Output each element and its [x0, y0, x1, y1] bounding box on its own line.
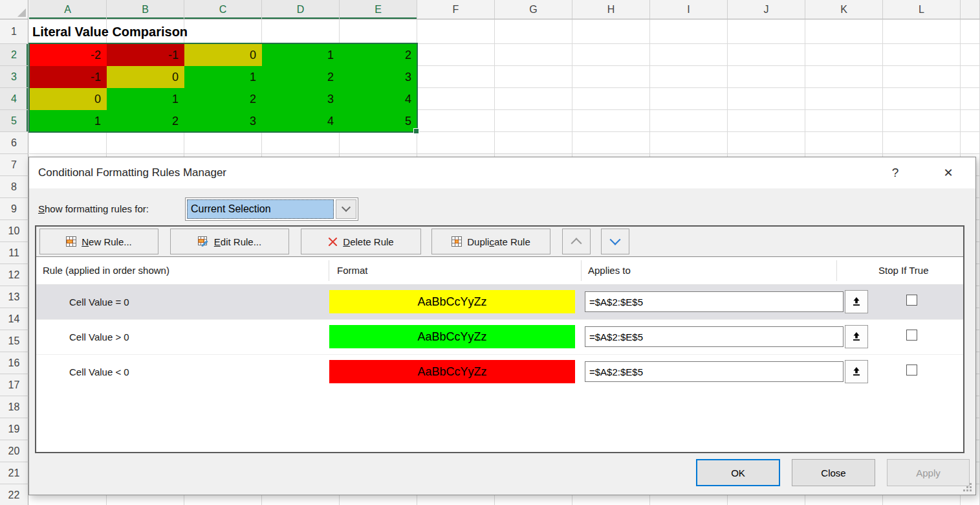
cell[interactable]	[495, 132, 572, 154]
cell-E3[interactable]: 3	[340, 66, 417, 88]
cell[interactable]	[883, 88, 961, 110]
duplicate-rule-button[interactable]: Duplicate Rule	[431, 229, 550, 254]
cell-C3[interactable]: 1	[184, 66, 262, 88]
ok-button[interactable]: OK	[696, 459, 780, 486]
cell-C5[interactable]: 3	[184, 110, 262, 132]
row-header-3[interactable]: 3	[0, 66, 28, 88]
applies-to-input[interactable]	[585, 326, 844, 347]
column-header-H[interactable]: H	[572, 0, 650, 19]
cell[interactable]	[572, 44, 650, 66]
cell[interactable]	[417, 110, 495, 132]
column-header-J[interactable]: J	[728, 0, 805, 19]
cell[interactable]	[805, 110, 883, 132]
show-rules-dropdown[interactable]: Current Selection	[185, 197, 358, 221]
cell[interactable]	[883, 132, 961, 154]
stop-if-true-checkbox[interactable]	[906, 365, 917, 376]
delete-rule-button[interactable]: Delete Rule	[301, 229, 421, 254]
column-header-G[interactable]: G	[495, 0, 572, 19]
close-icon[interactable]: ✕	[941, 157, 956, 188]
cell[interactable]	[184, 132, 262, 154]
cell[interactable]	[495, 88, 572, 110]
cell[interactable]	[572, 110, 650, 132]
rule-row-greater-than-zero[interactable]: Cell Value > 0 AaBbCcYyZz	[36, 319, 963, 354]
row-header-19[interactable]: 19	[0, 418, 28, 440]
cell[interactable]	[805, 132, 883, 154]
cell[interactable]	[728, 66, 805, 88]
cell[interactable]	[417, 132, 495, 154]
cell[interactable]	[495, 110, 572, 132]
row-header-9[interactable]: 9	[0, 198, 28, 220]
cell[interactable]	[728, 44, 805, 66]
help-icon[interactable]: ?	[887, 157, 903, 188]
cell[interactable]	[417, 19, 495, 44]
row-header-10[interactable]: 10	[0, 220, 28, 242]
cell[interactable]	[883, 110, 961, 132]
close-button[interactable]: Close	[792, 459, 875, 486]
column-header-K[interactable]: K	[805, 0, 883, 19]
range-picker-button[interactable]	[845, 360, 868, 383]
cell[interactable]	[961, 44, 980, 66]
cell-D4[interactable]: 3	[262, 88, 340, 110]
cell[interactable]	[728, 110, 805, 132]
column-header-F[interactable]: F	[417, 0, 495, 19]
row-header-22[interactable]: 22	[0, 484, 28, 505]
cell-B3[interactable]: 0	[107, 66, 184, 88]
new-rule-button[interactable]: New Rule...	[39, 229, 158, 254]
cell[interactable]	[495, 44, 572, 66]
column-header-A[interactable]: A	[29, 0, 107, 19]
cell[interactable]	[572, 66, 650, 88]
cell-B2[interactable]: -1	[107, 44, 184, 66]
cell[interactable]	[650, 88, 728, 110]
cell[interactable]	[262, 132, 340, 154]
cell-D3[interactable]: 2	[262, 66, 340, 88]
cell[interactable]	[728, 132, 805, 154]
cell-E5[interactable]: 5	[340, 110, 417, 132]
cell[interactable]	[29, 132, 107, 154]
cell[interactable]	[728, 19, 805, 44]
cell-B4[interactable]: 1	[107, 88, 184, 110]
cell-a1-title[interactable]: Literal Value Comparison	[32, 19, 188, 44]
row-header-4[interactable]: 4	[0, 88, 28, 110]
row-header-6[interactable]: 6	[0, 132, 28, 154]
column-header-I[interactable]: I	[650, 0, 728, 19]
cell-C2[interactable]: 0	[184, 44, 262, 66]
row-header-14[interactable]: 14	[0, 308, 28, 330]
cell[interactable]	[107, 132, 184, 154]
column-header-B[interactable]: B	[107, 0, 184, 19]
applies-to-input[interactable]	[585, 361, 844, 382]
range-picker-button[interactable]	[845, 290, 868, 313]
cell-A4[interactable]: 0	[29, 88, 107, 110]
row-header-16[interactable]: 16	[0, 352, 28, 374]
cell-A3[interactable]: -1	[29, 66, 107, 88]
cell[interactable]	[495, 66, 572, 88]
row-header-12[interactable]: 12	[0, 264, 28, 286]
range-picker-button[interactable]	[845, 325, 868, 348]
cell[interactable]	[417, 88, 495, 110]
cell[interactable]	[650, 132, 728, 154]
cell[interactable]	[961, 132, 980, 154]
dropdown-arrow-button[interactable]	[336, 199, 356, 219]
edit-rule-button[interactable]: Edit Rule...	[170, 229, 289, 254]
column-header-E[interactable]: E	[340, 0, 417, 19]
cell[interactable]	[340, 19, 417, 44]
cell[interactable]	[805, 19, 883, 44]
column-header-partial[interactable]	[961, 0, 980, 19]
cell[interactable]	[805, 88, 883, 110]
rule-row-less-than-zero[interactable]: Cell Value < 0 AaBbCcYyZz	[36, 354, 963, 389]
cell[interactable]	[572, 88, 650, 110]
column-header-D[interactable]: D	[262, 0, 340, 19]
cell[interactable]	[572, 132, 650, 154]
cell[interactable]	[883, 44, 961, 66]
row-header-20[interactable]: 20	[0, 440, 28, 462]
row-header-11[interactable]: 11	[0, 242, 28, 264]
cell[interactable]	[572, 19, 650, 44]
row-header-18[interactable]: 18	[0, 396, 28, 418]
cell[interactable]	[961, 19, 980, 44]
cell[interactable]	[650, 19, 728, 44]
cell[interactable]	[417, 66, 495, 88]
row-header-5[interactable]: 5	[0, 110, 28, 132]
column-header-C[interactable]: C	[184, 0, 262, 19]
cell[interactable]	[340, 132, 417, 154]
cell[interactable]	[883, 19, 961, 44]
row-header-1[interactable]: 1	[0, 19, 28, 44]
